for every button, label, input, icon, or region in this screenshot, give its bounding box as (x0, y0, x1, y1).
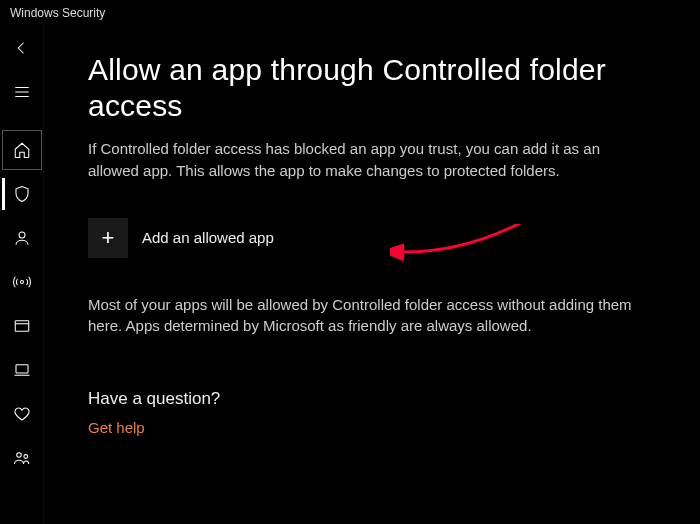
add-allowed-app-button[interactable]: + Add an allowed app (88, 218, 660, 258)
shield-icon (13, 185, 31, 203)
add-allowed-app-label: Add an allowed app (142, 229, 274, 246)
hamburger-icon (13, 83, 31, 101)
svg-point-1 (20, 281, 23, 284)
svg-rect-3 (16, 365, 28, 373)
get-help-link[interactable]: Get help (88, 419, 660, 436)
window-icon (13, 317, 31, 335)
allowed-apps-note: Most of your apps will be allowed by Con… (88, 294, 648, 338)
question-heading: Have a question? (88, 389, 660, 409)
page-title: Allow an app through Controlled folder a… (88, 52, 660, 124)
person-icon (13, 229, 31, 247)
sidebar-item-home[interactable] (2, 130, 42, 170)
sidebar-item-family[interactable] (2, 438, 42, 478)
people-icon (13, 449, 31, 467)
menu-button[interactable] (2, 72, 42, 112)
svg-point-4 (16, 453, 21, 458)
sidebar-item-app-browser[interactable] (2, 306, 42, 346)
svg-point-5 (23, 455, 27, 459)
svg-point-0 (19, 232, 25, 238)
sidebar-item-firewall[interactable] (2, 262, 42, 302)
network-icon (13, 273, 31, 291)
home-icon (13, 141, 31, 159)
sidebar-item-device-performance[interactable] (2, 394, 42, 434)
back-button[interactable] (2, 28, 42, 68)
sidebar (0, 24, 44, 524)
window-title: Windows Security (0, 0, 700, 24)
annotation-arrow (390, 224, 550, 280)
plus-icon: + (88, 218, 128, 258)
sidebar-item-account[interactable] (2, 218, 42, 258)
heart-icon (13, 405, 31, 423)
app-body: Allow an app through Controlled folder a… (0, 24, 700, 524)
svg-rect-2 (15, 321, 29, 332)
page-description: If Controlled folder access has blocked … (88, 138, 648, 182)
main-content: Allow an app through Controlled folder a… (44, 24, 700, 524)
laptop-icon (13, 361, 31, 379)
back-arrow-icon (13, 39, 31, 57)
sidebar-item-device-security[interactable] (2, 350, 42, 390)
sidebar-item-virus-threat[interactable] (2, 174, 42, 214)
